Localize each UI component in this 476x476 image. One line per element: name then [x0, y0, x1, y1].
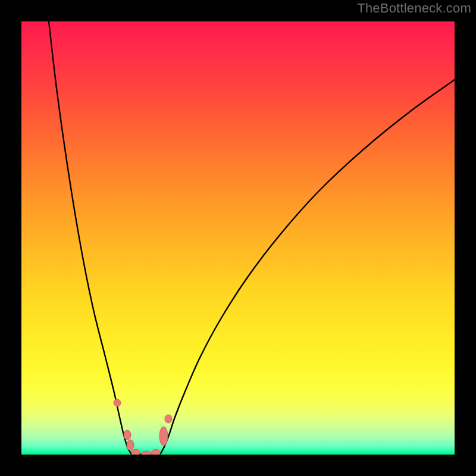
left-top-dot	[114, 399, 121, 406]
bottom-dot-1	[131, 449, 140, 455]
chart-frame: TheBottleneck.com	[0, 0, 476, 476]
plot-area	[21, 21, 455, 455]
bottom-dot-2	[141, 451, 152, 455]
curve-layer	[21, 21, 455, 455]
bottom-dot-3	[152, 449, 160, 455]
watermark-text: TheBottleneck.com	[357, 1, 471, 16]
right-top-dot	[165, 415, 172, 423]
left-dot-1	[124, 430, 131, 440]
right-capsule	[159, 427, 168, 446]
bottleneck-curve	[49, 21, 455, 455]
left-dot-2	[127, 440, 134, 450]
